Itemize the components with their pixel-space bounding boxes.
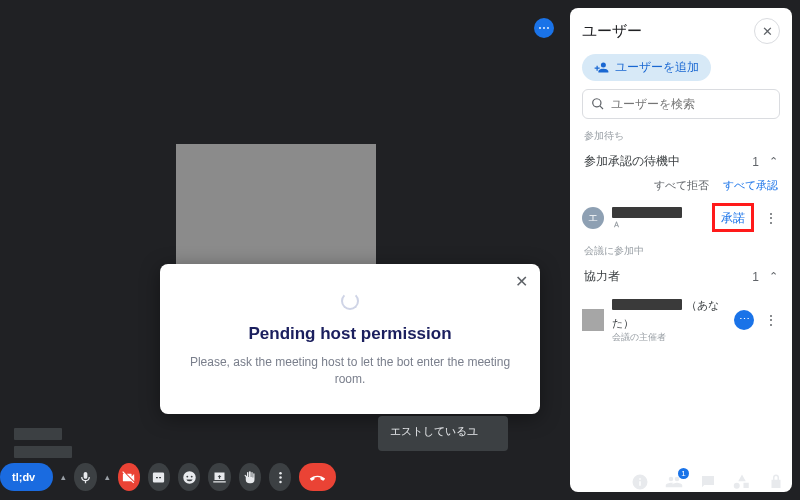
info-icon [631,473,649,491]
present-button[interactable] [208,463,230,491]
name-chip [14,446,72,458]
panel-close-button[interactable]: ✕ [754,18,780,44]
kebab-icon [273,470,288,485]
dialog-body: Please, ask the meeting host to let the … [184,354,516,388]
request-toast: エストしているユ [378,416,508,451]
controls-bar: tl;dv ▴ ▴ [0,462,336,492]
add-user-label: ユーザーを追加 [615,59,699,76]
video-more-button[interactable]: ⋯ [534,18,554,38]
allow-all-button[interactable]: すべて承認 [723,178,778,193]
people-button[interactable]: 1 [664,472,684,492]
leave-call-button[interactable] [299,463,336,491]
approve-button-highlight: 承諾 [712,203,754,232]
search-input[interactable] [611,97,771,111]
waiting-count: 1 [752,155,759,169]
svg-point-1 [279,476,282,479]
chevron-up-icon: ⌃ [769,155,778,168]
people-badge: 1 [678,468,689,479]
user-actions-button[interactable]: ⋯ [734,310,754,330]
row-more-button[interactable]: ⋮ [762,313,780,327]
reactions-button[interactable] [178,463,200,491]
chat-icon [699,473,717,491]
panel-title: ユーザー [582,22,642,41]
captions-icon [151,470,166,485]
chevron-up-icon: ▴ [61,472,66,482]
camera-off-button[interactable] [118,463,140,491]
svg-point-0 [279,471,282,474]
avatar [582,309,604,331]
captions-button[interactable] [148,463,170,491]
tldv-button[interactable]: tl;dv [0,463,53,491]
activities-button[interactable] [732,472,752,492]
spinner-icon [341,292,359,310]
bottom-right-icons: 1 [630,472,786,492]
chat-button[interactable] [698,472,718,492]
contributors-header-text: 協力者 [584,268,620,285]
inmeeting-section-label: 会議に参加中 [570,244,792,262]
waiting-header-text: 参加承認の待機中 [584,153,680,170]
hand-icon [242,470,257,485]
add-user-icon [594,60,609,75]
toast-text: エストしているユ [390,425,478,437]
font-icon [612,220,621,229]
pending-permission-dialog: ✕ Pending host permission Please, ask th… [160,264,540,414]
waiting-person-row: エ 承諾 ⋮ [570,199,792,236]
raise-hand-button[interactable] [239,463,261,491]
avatar: エ [582,207,604,229]
search-users[interactable] [582,89,780,119]
info-button[interactable] [630,472,650,492]
camera-off-icon [121,470,136,485]
role-label: 会議の主催者 [612,331,726,344]
shapes-icon [733,473,751,491]
tldv-label: tl;dv [12,471,35,483]
redacted-name [612,207,682,218]
mic-icon [78,470,93,485]
redacted-name [612,299,682,310]
svg-point-2 [279,480,282,483]
add-user-button[interactable]: ユーザーを追加 [582,54,711,81]
approve-button[interactable]: 承諾 [721,211,745,225]
search-icon [591,97,605,111]
host-controls-button[interactable] [766,472,786,492]
dialog-title: Pending host permission [184,324,516,344]
dialog-close-button[interactable]: ✕ [515,272,528,291]
smile-icon [182,470,197,485]
chevron-up-icon: ▴ [105,472,110,482]
contributors-header[interactable]: 協力者 1 ⌃ [570,262,792,291]
name-chip [14,428,62,440]
more-options-button[interactable] [269,463,291,491]
deny-all-button[interactable]: すべて拒否 [654,178,709,193]
contributors-count: 1 [752,270,759,284]
contributor-row: （あなた） 会議の主催者 ⋯ ⋮ [570,291,792,348]
hangup-icon [310,470,325,485]
row-more-button[interactable]: ⋮ [762,211,780,225]
mic-button[interactable] [74,463,96,491]
present-icon [212,470,227,485]
chevron-up-icon: ⌃ [769,270,778,283]
waiting-section-label: 参加待ち [570,129,792,147]
waiting-header[interactable]: 参加承認の待機中 1 ⌃ [570,147,792,176]
lock-icon [767,473,785,491]
users-panel: ユーザー ✕ ユーザーを追加 参加待ち 参加承認の待機中 1 ⌃ すべて拒否 す… [570,8,792,492]
